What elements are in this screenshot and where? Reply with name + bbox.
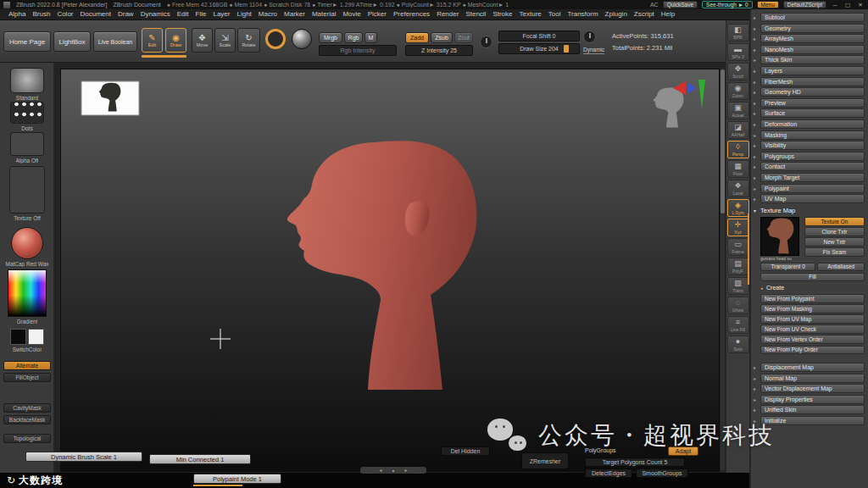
- scrollbar-thumb[interactable]: [721, 69, 725, 214]
- menu-item[interactable]: Tool: [545, 9, 565, 19]
- create-item-button[interactable]: New From UV Check: [760, 324, 865, 334]
- dynamic-dial-icon[interactable]: [583, 30, 596, 43]
- right-shelf-item[interactable]: ▤ PolyF: [727, 258, 749, 275]
- brush-thumbnail[interactable]: [10, 68, 44, 93]
- main-color-swatch[interactable]: [10, 329, 26, 345]
- right-shelf-item[interactable]: ▨ Trans: [727, 277, 749, 295]
- tool-palette-item[interactable]: Geometry HD: [754, 87, 865, 97]
- lightbox-button[interactable]: LightBox: [53, 31, 91, 52]
- texture-on-button[interactable]: Texture On: [804, 217, 865, 226]
- menu-item[interactable]: Color: [53, 9, 76, 19]
- zadd-button[interactable]: Zadd: [405, 32, 429, 43]
- smooth-groups-button[interactable]: SmoothGroups: [636, 469, 688, 478]
- menu-item[interactable]: Stroke: [489, 9, 515, 19]
- tool-palette-item[interactable]: Display Properties: [754, 395, 865, 404]
- create-item-button[interactable]: New From UV Map: [760, 314, 865, 324]
- menu-item[interactable]: Help: [658, 9, 678, 19]
- right-shelf-item[interactable]: ◌ Ghost: [727, 297, 749, 314]
- zremesher-button[interactable]: ZRemesher: [521, 452, 569, 469]
- stroke-thumbnail[interactable]: [10, 102, 44, 124]
- focal-shift-slider[interactable]: Focal Shift 0: [498, 30, 580, 42]
- dynamic-brush-scale-slider[interactable]: Dynamic Brush Scale 1: [25, 452, 142, 462]
- create-item-button[interactable]: New From Poly Order: [760, 346, 865, 355]
- color-picker[interactable]: [8, 269, 47, 317]
- canvas-nav-scrollbar[interactable]: [360, 467, 426, 474]
- draw-size-slider[interactable]: Draw Size 204: [498, 43, 580, 54]
- clone-txtr-button[interactable]: Clone Txtr: [804, 227, 865, 236]
- dynamic-mode-label[interactable]: Dynamic: [583, 47, 604, 54]
- right-shelf-item[interactable]: ◉ Zoom: [727, 82, 749, 100]
- min-connected-slider[interactable]: Min Connected 1: [149, 454, 251, 464]
- tool-palette-item[interactable]: FiberMesh: [754, 77, 865, 86]
- tool-palette-item[interactable]: Polypaint: [754, 184, 865, 193]
- menu-item[interactable]: Render: [433, 9, 462, 19]
- menu-item[interactable]: Marker: [281, 9, 309, 19]
- create-item-button[interactable]: New From Polypaint: [760, 294, 865, 303]
- live-boolean-button[interactable]: Live Boolean: [93, 31, 137, 52]
- create-item-button[interactable]: New From Masking: [760, 304, 865, 313]
- tool-palette-item[interactable]: Layers: [754, 66, 865, 75]
- right-shelf-item[interactable]: ● Solo: [727, 336, 749, 353]
- tool-palette-item[interactable]: Unified Skin: [754, 405, 865, 414]
- scroll-left-icon[interactable]: [379, 467, 383, 474]
- right-shelf-item[interactable]: ▭ Frame: [727, 238, 749, 256]
- secondary-color-swatch[interactable]: [28, 329, 44, 345]
- tool-palette-item[interactable]: Displacement Map: [754, 363, 865, 372]
- tool-palette-item[interactable]: Morph Target: [754, 173, 865, 182]
- canvas-vertical-scrollbar[interactable]: [721, 69, 725, 471]
- rotate-button[interactable]: Rotate: [237, 28, 260, 53]
- tool-palette-item[interactable]: Normal Map: [754, 374, 865, 383]
- move-button[interactable]: Move: [192, 28, 213, 53]
- quicksave-button[interactable]: QuickSave: [663, 1, 698, 8]
- menu-item[interactable]: Zplugin: [602, 9, 631, 19]
- home-page-button[interactable]: Home Page: [3, 31, 51, 52]
- draw-size-thumb[interactable]: [564, 45, 569, 53]
- z-intensity-slider[interactable]: Z Intensity 25: [405, 45, 473, 56]
- m-button[interactable]: M: [364, 32, 377, 43]
- minimize-icon[interactable]: [831, 1, 839, 8]
- right-shelf-item[interactable]: ◧ BPR: [727, 24, 749, 42]
- material-thumbnail[interactable]: [11, 227, 43, 259]
- tool-palette-item[interactable]: Deformation: [754, 119, 865, 129]
- menu-item[interactable]: Picker: [364, 9, 390, 19]
- tool-palette-item[interactable]: Vector Displacement Map: [754, 384, 865, 393]
- document-viewport[interactable]: [61, 69, 719, 471]
- texture-map-thumbnail[interactable]: [760, 217, 799, 256]
- right-shelf-item[interactable]: ▣ Actual: [727, 102, 749, 119]
- right-shelf-item[interactable]: ▦ Floor: [727, 160, 749, 178]
- zsub-button[interactable]: Zsub: [431, 32, 453, 43]
- menu-item[interactable]: Edit: [174, 9, 192, 19]
- zcut-button[interactable]: Zcut: [454, 32, 473, 43]
- draw-button[interactable]: Draw: [165, 28, 186, 53]
- document-thumbnail[interactable]: [81, 81, 139, 115]
- default-zscript-button[interactable]: DefaultZScript: [783, 1, 826, 8]
- menu-item[interactable]: Material: [309, 9, 339, 19]
- menu-item[interactable]: File: [192, 9, 210, 19]
- scroll-up-icon[interactable]: [392, 467, 396, 474]
- tool-palette-item[interactable]: Visibility: [754, 141, 865, 150]
- texture-map-section-header[interactable]: Texture Map: [754, 205, 865, 215]
- close-icon[interactable]: [856, 1, 865, 8]
- fill-object-button[interactable]: FillObject: [3, 373, 51, 382]
- alternate-button[interactable]: Alternate: [3, 361, 51, 370]
- menu-item[interactable]: Layer: [209, 9, 233, 19]
- menu-item[interactable]: Dynamics: [137, 9, 174, 19]
- menu-item[interactable]: Alpha: [5, 9, 29, 19]
- right-shelf-item[interactable]: ◊ Persp: [727, 141, 749, 158]
- tool-palette-item[interactable]: Preview: [754, 98, 865, 108]
- current-brush-icon[interactable]: [265, 29, 286, 49]
- focal-shift-dial-icon[interactable]: [480, 36, 492, 48]
- right-shelf-item[interactable]: ◪ AAHalf: [727, 121, 749, 139]
- menu-item[interactable]: Draw: [114, 9, 137, 19]
- right-shelf-item[interactable]: ✛ Xyz: [727, 219, 749, 236]
- right-shelf-item[interactable]: ❖ Local: [727, 180, 749, 197]
- create-item-button[interactable]: New From Vertex Order: [760, 335, 865, 344]
- new-txtr-button[interactable]: New Txtr: [804, 237, 865, 247]
- tool-palette-item[interactable]: NanoMesh: [754, 45, 865, 54]
- right-shelf-item[interactable]: ✥ Scroll: [727, 63, 749, 80]
- fill-button[interactable]: Fill: [760, 273, 865, 282]
- detect-edges-button[interactable]: DetectEdges: [585, 469, 632, 478]
- current-material-sphere[interactable]: [292, 29, 312, 49]
- scroll-right-icon[interactable]: [403, 467, 408, 474]
- alpha-thumbnail[interactable]: [10, 132, 44, 156]
